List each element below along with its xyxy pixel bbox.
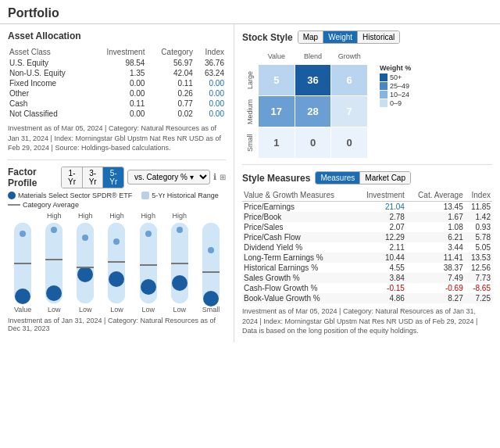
asset-footnote: Investment as of Mar 05, 2024 | Category…	[8, 124, 226, 153]
measures-col-header: Investment	[356, 189, 406, 202]
weight-legend-item: 50+	[380, 73, 411, 81]
weight-legend-item: 10–24	[380, 91, 411, 99]
factor-dot	[15, 289, 30, 304]
factor-profile-title: Factor Profile	[8, 167, 58, 188]
table-row: Price/Book 2.78 1.67 1.42	[242, 212, 492, 222]
style-cell: 5	[259, 65, 295, 95]
table-icon[interactable]: ⊞	[220, 173, 226, 181]
factor-avg-line	[108, 261, 125, 263]
asset-allocation-table: Asset Class Investment Category Index U.…	[8, 46, 226, 119]
factor-footnote: Investment as of Jan 31, 2024 | Category…	[8, 317, 226, 332]
tab-map[interactable]: Map	[298, 31, 323, 43]
style-col-header: Blend	[295, 48, 331, 64]
factor-dot-small	[51, 227, 57, 233]
weight-legend-item: 0–9	[380, 99, 411, 107]
factor-avg-line	[45, 259, 62, 260]
factor-col-momentum: High Low	[70, 212, 100, 314]
table-row: Non-U.S. Equity 1.35 42.04 63.24	[8, 68, 226, 78]
col-category: Category	[146, 46, 194, 58]
table-row: Price/Sales 2.07 1.08 0.93	[242, 222, 492, 232]
table-row: Not Classified 0.00 0.02 0.00	[8, 109, 226, 119]
measures-col-header: Cat. Average	[406, 189, 465, 202]
legend-range: 5-Yr Historical Range	[141, 192, 219, 199]
style-cell: 0	[295, 127, 331, 158]
table-row: U.S. Equity 98.54 56.97 36.76	[8, 58, 226, 68]
factor-dot-small	[82, 235, 88, 241]
factor-dot-small	[20, 231, 26, 237]
factor-tab-group: 1-Yr 3-Yr 5-Yr	[61, 167, 124, 188]
tab-market-cap[interactable]: Market Cap	[360, 172, 410, 184]
info-icon[interactable]: ℹ	[213, 172, 216, 182]
stock-style-tab-group: Map Weight Historical	[298, 30, 401, 44]
tab-measures[interactable]: Measures	[316, 172, 360, 184]
style-measures-title: Style Measures	[242, 173, 310, 184]
factor-avg-line	[14, 263, 31, 264]
style-cell: 7	[331, 96, 367, 127]
factor-dot	[141, 279, 156, 295]
factor-dot	[77, 267, 93, 282]
factor-dot-small	[145, 231, 152, 237]
style-cell: 1	[259, 127, 295, 158]
style-grid: ValueBlendGrowthLarge5366Medium17287Smal…	[242, 48, 367, 158]
table-row: Sales Growth % 3.84 7.49 7.73	[242, 273, 492, 283]
weight-legend-item: 25–49	[380, 82, 411, 90]
tab-5yr[interactable]: 5-Yr	[103, 167, 123, 188]
tab-historical[interactable]: Historical	[358, 31, 399, 43]
table-row: Price/Cash Flow 12.29 6.21 5.78	[242, 232, 492, 242]
factor-dot-small	[113, 238, 120, 245]
table-row: Historical Earnings % 4.55 38.37 12.56	[242, 263, 492, 273]
factor-dot-small	[177, 227, 183, 233]
asset-allocation-title: Asset Allocation	[8, 30, 226, 41]
style-row-header: Medium	[242, 96, 258, 127]
factor-avg-line	[77, 267, 94, 268]
factor-avg-line	[202, 271, 220, 273]
measures-col-header: Index	[465, 189, 492, 202]
style-col-header: Growth	[331, 48, 367, 64]
legend-etf: Materials Select Sector SPDR® ETF	[8, 192, 132, 199]
table-row: Cash 0.11 0.77 0.00	[8, 99, 226, 109]
factor-col-volatility: High Low	[134, 212, 163, 314]
legend-avg: Category Average	[8, 201, 79, 209]
table-row: Cash-Flow Growth % -0.15 -0.69 -8.65	[242, 283, 492, 293]
style-row-header: Large	[242, 65, 258, 95]
factor-dot	[172, 275, 188, 291]
table-row: Dividend Yield % 2.11 3.44 5.05	[242, 242, 492, 253]
style-cell: 17	[259, 96, 295, 127]
table-row: Fixed Income 0.00 0.11 0.00	[8, 78, 226, 88]
style-measures-tab-group: Measures Market Cap	[315, 171, 411, 185]
style-cell: 28	[295, 96, 331, 127]
grid-corner	[242, 48, 258, 64]
factor-avg-line	[171, 263, 188, 264]
factor-avg-line	[140, 264, 157, 266]
factor-dot	[203, 291, 219, 306]
measures-footnote: Investment as of Mar 05, 2024 | Category…	[242, 306, 492, 336]
page-title: Portfolio	[0, 0, 500, 24]
factor-dot	[109, 271, 124, 287]
col-investment: Investment	[89, 46, 146, 58]
style-cell: 36	[295, 65, 331, 95]
weight-legend: Weight % 50+25–4910–240–9	[380, 64, 411, 108]
table-row: Price/Earnings 21.04 13.45 11.85	[242, 202, 492, 213]
factor-col-style: Value	[8, 212, 38, 314]
style-cell: 0	[331, 127, 367, 158]
factor-dot	[46, 285, 62, 301]
measures-col-header: Value & Growth Measures	[242, 189, 356, 202]
factor-col-yield: High Low	[39, 212, 69, 314]
table-row: Book-Value Growth % 4.86 8.27 7.25	[242, 293, 492, 303]
table-row: Other 0.00 0.26 0.00	[8, 88, 226, 99]
style-row-header: Small	[242, 127, 258, 158]
stock-style-title: Stock Style	[242, 32, 293, 43]
factor-col-quality: High Low	[102, 212, 131, 314]
tab-1yr[interactable]: 1-Yr	[62, 167, 83, 188]
tab-3yr[interactable]: 3-Yr	[83, 167, 104, 188]
measures-table: Value & Growth MeasuresInvestmentCat. Av…	[242, 189, 492, 303]
table-row: Long-Term Earnings % 10.44 11.41 13.53	[242, 253, 492, 263]
style-cell: 6	[331, 65, 367, 95]
style-col-header: Value	[259, 48, 295, 64]
factor-col-size: Small	[196, 212, 226, 314]
tab-weight[interactable]: Weight	[323, 31, 358, 43]
factor-dropdown[interactable]: vs. Category % ▾	[127, 170, 210, 185]
col-asset-class: Asset Class	[8, 46, 89, 58]
factor-dot-small	[208, 247, 214, 253]
col-index: Index	[195, 46, 226, 58]
